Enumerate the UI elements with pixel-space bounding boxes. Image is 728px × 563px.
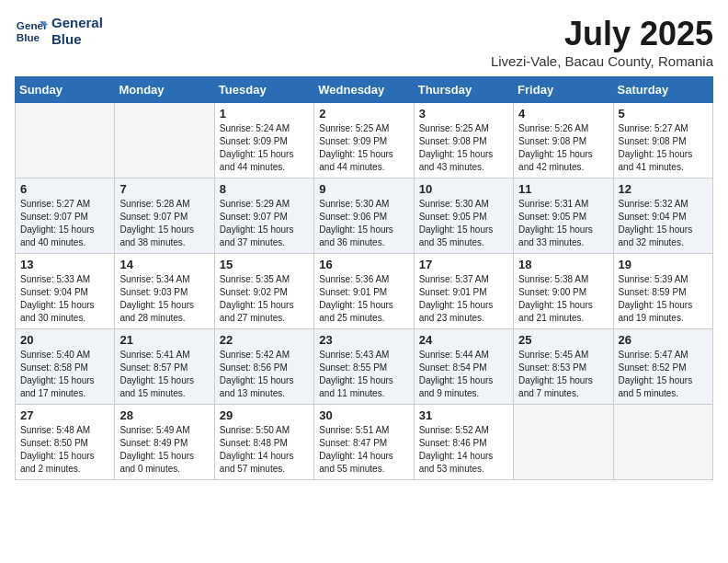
day-info: Sunrise: 5:27 AM Sunset: 9:07 PM Dayligh…: [20, 198, 109, 249]
week-row-2: 6Sunrise: 5:27 AM Sunset: 9:07 PM Daylig…: [16, 178, 713, 254]
calendar-cell: 28Sunrise: 5:49 AM Sunset: 8:49 PM Dayli…: [115, 405, 214, 480]
header-thursday: Thursday: [414, 77, 513, 103]
day-number: 6: [20, 182, 109, 196]
calendar-cell: [16, 103, 115, 178]
day-number: 28: [119, 408, 209, 422]
day-info: Sunrise: 5:40 AM Sunset: 8:58 PM Dayligh…: [20, 349, 109, 400]
day-number: 25: [518, 333, 608, 347]
day-info: Sunrise: 5:27 AM Sunset: 9:08 PM Dayligh…: [619, 122, 708, 174]
day-number: 9: [319, 182, 408, 196]
calendar-cell: 12Sunrise: 5:32 AM Sunset: 9:04 PM Dayli…: [613, 178, 712, 254]
day-number: 18: [518, 258, 608, 271]
day-number: 24: [419, 333, 508, 347]
day-info: Sunrise: 5:30 AM Sunset: 9:06 PM Dayligh…: [319, 198, 408, 249]
day-number: 31: [419, 408, 508, 422]
day-info: Sunrise: 5:51 AM Sunset: 8:47 PM Dayligh…: [319, 424, 408, 476]
day-number: 15: [220, 258, 309, 271]
calendar-cell: 23Sunrise: 5:43 AM Sunset: 8:55 PM Dayli…: [314, 329, 414, 405]
day-info: Sunrise: 5:39 AM Sunset: 8:59 PM Dayligh…: [619, 273, 708, 325]
day-info: Sunrise: 5:47 AM Sunset: 8:52 PM Dayligh…: [619, 349, 708, 400]
svg-text:General: General: [17, 19, 48, 31]
day-number: 16: [319, 258, 408, 271]
day-info: Sunrise: 5:45 AM Sunset: 8:53 PM Dayligh…: [518, 349, 608, 400]
calendar-cell: 11Sunrise: 5:31 AM Sunset: 9:05 PM Dayli…: [514, 178, 613, 254]
day-number: 7: [119, 182, 209, 196]
logo-line1: General: [51, 15, 103, 31]
calendar-cell: 27Sunrise: 5:48 AM Sunset: 8:50 PM Dayli…: [16, 405, 115, 480]
day-info: Sunrise: 5:34 AM Sunset: 9:03 PM Dayligh…: [119, 273, 209, 325]
day-number: 5: [619, 107, 708, 121]
day-number: 21: [119, 333, 209, 347]
day-info: Sunrise: 5:50 AM Sunset: 8:48 PM Dayligh…: [220, 424, 309, 476]
day-number: 11: [518, 182, 608, 196]
header-monday: Monday: [115, 77, 214, 103]
svg-text:Blue: Blue: [17, 31, 40, 43]
calendar-cell: 31Sunrise: 5:52 AM Sunset: 8:46 PM Dayli…: [414, 405, 513, 480]
day-number: 8: [220, 182, 309, 196]
day-number: 20: [20, 333, 109, 347]
calendar-cell: 22Sunrise: 5:42 AM Sunset: 8:56 PM Dayli…: [214, 329, 313, 405]
calendar-cell: 14Sunrise: 5:34 AM Sunset: 9:03 PM Dayli…: [115, 254, 214, 329]
title-block: July 2025 Livezi-Vale, Bacau County, Rom…: [491, 15, 713, 69]
day-number: 30: [319, 408, 408, 422]
day-info: Sunrise: 5:52 AM Sunset: 8:46 PM Dayligh…: [419, 424, 508, 476]
calendar-cell: 4Sunrise: 5:26 AM Sunset: 9:08 PM Daylig…: [514, 103, 613, 178]
day-number: 1: [220, 107, 309, 121]
week-row-1: 1Sunrise: 5:24 AM Sunset: 9:09 PM Daylig…: [16, 103, 713, 178]
calendar-table: SundayMondayTuesdayWednesdayThursdayFrid…: [15, 76, 713, 480]
day-info: Sunrise: 5:28 AM Sunset: 9:07 PM Dayligh…: [119, 198, 209, 249]
calendar-cell: 9Sunrise: 5:30 AM Sunset: 9:06 PM Daylig…: [314, 178, 414, 254]
calendar-cell: 3Sunrise: 5:25 AM Sunset: 9:08 PM Daylig…: [414, 103, 513, 178]
day-number: 26: [619, 333, 708, 347]
location-title: Livezi-Vale, Bacau County, Romania: [491, 53, 713, 69]
logo-line2: Blue: [51, 31, 103, 48]
calendar-cell: 24Sunrise: 5:44 AM Sunset: 8:54 PM Dayli…: [414, 329, 513, 405]
calendar-cell: [613, 405, 712, 480]
day-number: 2: [319, 107, 408, 121]
day-info: Sunrise: 5:35 AM Sunset: 9:02 PM Dayligh…: [220, 273, 309, 325]
calendar-cell: 21Sunrise: 5:41 AM Sunset: 8:57 PM Dayli…: [115, 329, 214, 405]
day-info: Sunrise: 5:41 AM Sunset: 8:57 PM Dayligh…: [119, 349, 209, 400]
calendar-cell: 8Sunrise: 5:29 AM Sunset: 9:07 PM Daylig…: [214, 178, 313, 254]
day-number: 10: [419, 182, 508, 196]
week-row-5: 27Sunrise: 5:48 AM Sunset: 8:50 PM Dayli…: [16, 405, 713, 480]
day-info: Sunrise: 5:31 AM Sunset: 9:05 PM Dayligh…: [518, 198, 608, 249]
calendar-cell: 20Sunrise: 5:40 AM Sunset: 8:58 PM Dayli…: [16, 329, 115, 405]
calendar-cell: 25Sunrise: 5:45 AM Sunset: 8:53 PM Dayli…: [514, 329, 613, 405]
logo: General Blue General Blue: [15, 15, 103, 48]
day-info: Sunrise: 5:38 AM Sunset: 9:00 PM Dayligh…: [518, 273, 608, 325]
day-number: 14: [119, 258, 209, 271]
calendar-cell: 5Sunrise: 5:27 AM Sunset: 9:08 PM Daylig…: [613, 103, 712, 178]
calendar-cell: [514, 405, 613, 480]
day-number: 23: [319, 333, 408, 347]
header-tuesday: Tuesday: [214, 77, 313, 103]
header-saturday: Saturday: [613, 77, 712, 103]
day-info: Sunrise: 5:44 AM Sunset: 8:54 PM Dayligh…: [419, 349, 508, 400]
day-info: Sunrise: 5:37 AM Sunset: 9:01 PM Dayligh…: [419, 273, 508, 325]
calendar-cell: 30Sunrise: 5:51 AM Sunset: 8:47 PM Dayli…: [314, 405, 414, 480]
calendar-cell: 26Sunrise: 5:47 AM Sunset: 8:52 PM Dayli…: [613, 329, 712, 405]
day-number: 29: [220, 408, 309, 422]
month-title: July 2025: [491, 15, 713, 53]
day-number: 19: [619, 258, 708, 271]
day-number: 22: [220, 333, 309, 347]
day-info: Sunrise: 5:29 AM Sunset: 9:07 PM Dayligh…: [220, 198, 309, 249]
calendar-cell: 15Sunrise: 5:35 AM Sunset: 9:02 PM Dayli…: [214, 254, 313, 329]
day-info: Sunrise: 5:25 AM Sunset: 9:08 PM Dayligh…: [419, 122, 508, 174]
calendar-cell: 2Sunrise: 5:25 AM Sunset: 9:09 PM Daylig…: [314, 103, 414, 178]
calendar-cell: 19Sunrise: 5:39 AM Sunset: 8:59 PM Dayli…: [613, 254, 712, 329]
day-number: 13: [20, 258, 109, 271]
day-info: Sunrise: 5:43 AM Sunset: 8:55 PM Dayligh…: [319, 349, 408, 400]
calendar-cell: 1Sunrise: 5:24 AM Sunset: 9:09 PM Daylig…: [214, 103, 313, 178]
day-info: Sunrise: 5:42 AM Sunset: 8:56 PM Dayligh…: [220, 349, 309, 400]
header-friday: Friday: [514, 77, 613, 103]
day-number: 17: [419, 258, 508, 271]
day-info: Sunrise: 5:30 AM Sunset: 9:05 PM Dayligh…: [419, 198, 508, 249]
calendar-cell: 16Sunrise: 5:36 AM Sunset: 9:01 PM Dayli…: [314, 254, 414, 329]
calendar-cell: 10Sunrise: 5:30 AM Sunset: 9:05 PM Dayli…: [414, 178, 513, 254]
calendar-cell: 7Sunrise: 5:28 AM Sunset: 9:07 PM Daylig…: [115, 178, 214, 254]
calendar-cell: 6Sunrise: 5:27 AM Sunset: 9:07 PM Daylig…: [16, 178, 115, 254]
calendar-cell: 17Sunrise: 5:37 AM Sunset: 9:01 PM Dayli…: [414, 254, 513, 329]
day-info: Sunrise: 5:24 AM Sunset: 9:09 PM Dayligh…: [220, 122, 309, 174]
day-info: Sunrise: 5:32 AM Sunset: 9:04 PM Dayligh…: [619, 198, 708, 249]
